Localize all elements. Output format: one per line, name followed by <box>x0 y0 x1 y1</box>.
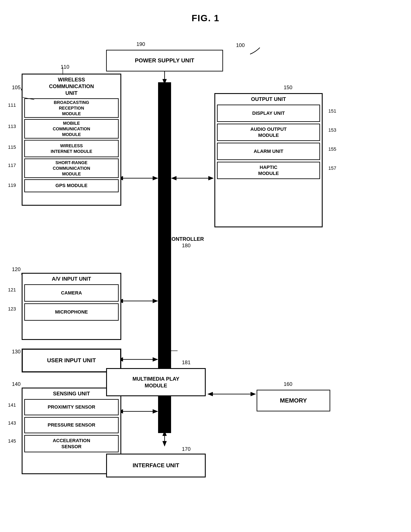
display-unit-box: DISPLAY UNIT <box>217 104 320 122</box>
svg-marker-14 <box>153 409 158 414</box>
label-121: 121 <box>8 287 16 293</box>
wireless-internet-module: WIRELESSINTERNET MODULE <box>24 140 119 157</box>
microphone-box: MICROPHONE <box>24 303 119 321</box>
wireless-comm-unit-label: WIRELESSCOMMUNICATIONUNIT <box>24 76 119 96</box>
camera-box: CAMERA <box>24 284 119 302</box>
label-controller: CONTROLLER <box>168 236 204 242</box>
multimedia-play-module-box: MULTIMEDIA PLAYMODULE <box>106 368 206 396</box>
label-111: 111 <box>8 102 16 108</box>
svg-marker-22 <box>207 392 213 396</box>
alarm-unit-box: ALARM UNIT <box>217 143 320 160</box>
av-input-unit-label: A/V INPUT UNIT <box>24 276 119 282</box>
svg-marker-3 <box>162 79 167 85</box>
svg-marker-11 <box>153 357 158 361</box>
output-unit-box: OUTPUT UNIT 151 DISPLAY UNIT 153 AUDIO O… <box>214 93 323 227</box>
diagram-container: FIG. 1 <box>0 0 411 532</box>
label-150: 150 <box>284 85 292 91</box>
svg-marker-25 <box>162 441 167 446</box>
proximity-sensor-box: PROXIMITY SENSOR <box>24 399 119 415</box>
label-120: 120 <box>12 266 20 272</box>
label-153: 153 <box>328 127 336 133</box>
label-141: 141 <box>8 402 16 408</box>
wireless-comm-unit-box: WIRELESSCOMMUNICATIONUNIT 111 BROADCASTI… <box>22 74 121 206</box>
label-190: 190 <box>136 41 145 47</box>
label-119: 119 <box>8 182 16 189</box>
pressure-sensor-box: PRESSURE SENSOR <box>24 417 119 433</box>
svg-marker-8 <box>153 299 158 303</box>
svg-marker-21 <box>250 392 256 396</box>
label-181: 181 <box>182 360 191 365</box>
label-143: 143 <box>8 420 16 426</box>
interface-unit-box: INTERFACE UNIT <box>106 454 206 477</box>
figure-title: FIG. 1 <box>192 13 220 23</box>
label-115: 115 <box>8 144 16 151</box>
label-155: 155 <box>328 146 336 152</box>
label-170: 170 <box>182 446 191 452</box>
haptic-module-box: HAPTICMODULE <box>217 162 320 179</box>
label-100: 100 <box>236 42 245 48</box>
acceleration-sensor-box: ACCELERATIONSENSOR <box>24 435 119 452</box>
label-145: 145 <box>8 438 16 444</box>
svg-marker-17 <box>208 176 214 180</box>
label-140: 140 <box>12 381 20 387</box>
av-input-unit-box: A/V INPUT UNIT 121 CAMERA 123 MICROPHONE <box>22 273 121 340</box>
label-180: 180 <box>182 243 191 248</box>
label-130: 130 <box>12 349 20 355</box>
gps-module: GPS MODULE <box>24 179 119 192</box>
label-123: 123 <box>8 306 16 312</box>
label-110: 110 <box>61 64 69 70</box>
output-unit-label: OUTPUT UNIT <box>217 96 320 102</box>
label-105: 105 <box>12 85 20 91</box>
svg-marker-5 <box>153 176 158 180</box>
mobile-comm-module: MOBILECOMMUNICATIONMODULE <box>24 119 119 139</box>
label-113: 113 <box>8 124 16 130</box>
short-range-comm-module: SHORT-RANGECOMMUNICATIONMODULE <box>24 159 119 178</box>
label-117: 117 <box>8 162 16 169</box>
label-160: 160 <box>284 381 292 387</box>
sensing-unit-label: SENSING UNIT <box>24 390 119 397</box>
svg-marker-18 <box>171 176 176 180</box>
label-151: 151 <box>328 108 336 114</box>
audio-output-module-box: AUDIO OUTPUTMODULE <box>217 124 320 141</box>
power-supply-unit-box: POWER SUPPLY UNIT <box>106 50 223 71</box>
memory-box: MEMORY <box>257 390 330 411</box>
svg-marker-24 <box>162 430 167 436</box>
broadcasting-reception-module: BROADCASTINGRECEPTIONMODULE <box>24 98 119 118</box>
label-157: 157 <box>328 165 336 171</box>
